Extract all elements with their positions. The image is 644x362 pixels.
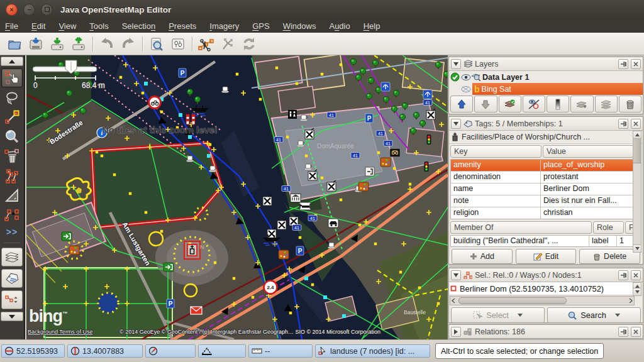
hscroll-thumb[interactable] <box>458 297 567 304</box>
member-of-column-header[interactable]: Member Of <box>450 221 592 234</box>
layer-merge-button[interactable] <box>499 96 521 112</box>
window-close-button[interactable]: × <box>6 4 18 16</box>
selection-hscrollbar[interactable] <box>450 296 635 305</box>
mini-nodes-button[interactable] <box>1 290 23 309</box>
collapse-icon[interactable] <box>451 119 461 129</box>
selection-item[interactable]: Berliner Dom (52.5190735, 13.4010752) <box>449 282 635 295</box>
layer-opacity-button[interactable] <box>547 96 569 112</box>
zoom-tool[interactable] <box>2 128 22 146</box>
tag-value[interactable]: Dies ist nur ein Fall... <box>541 195 633 207</box>
tags-scrollbar[interactable] <box>633 131 641 253</box>
close-icon[interactable] <box>631 119 641 129</box>
tag-row[interactable]: amenityplace_of_worship <box>451 160 633 172</box>
tag-row[interactable]: denominationprotestant <box>451 172 633 184</box>
layer-list-button[interactable] <box>595 96 618 112</box>
preferences-icon[interactable] <box>169 35 187 53</box>
spin-down[interactable] <box>633 288 641 295</box>
improve-way-tool[interactable] <box>2 206 22 224</box>
tag-row[interactable]: noteDies ist nur ein Fall... <box>451 195 633 207</box>
add-tag-button[interactable]: Add <box>452 249 513 264</box>
save-icon[interactable] <box>26 35 45 53</box>
scroll-down-arrow[interactable] <box>633 244 641 252</box>
tag-key[interactable]: denomination <box>451 172 541 183</box>
window-minimize-button[interactable]: – <box>23 4 35 16</box>
menu-imagery[interactable]: Imagery <box>209 21 239 31</box>
membership-table[interactable]: building ("Berlin Cathedral", ...label1 <box>450 235 634 247</box>
tag-value[interactable]: Berliner Dom <box>541 184 633 195</box>
role-column-header[interactable]: Role <box>593 221 624 234</box>
pin-icon[interactable] <box>618 119 628 129</box>
tools-scroll-up-button[interactable] <box>1 57 23 66</box>
layer-row-bing[interactable]: b Bing Sat <box>449 83 643 95</box>
tag-key[interactable]: name <box>451 184 541 195</box>
layer-move-down-button[interactable] <box>474 96 497 112</box>
tag-key[interactable]: amenity <box>451 160 541 171</box>
unglue-tool[interactable] <box>2 167 22 185</box>
refresh-icon[interactable] <box>240 35 258 53</box>
terms-link[interactable]: Background Terms of Use <box>28 329 92 335</box>
menu-windows[interactable]: Windows <box>283 21 316 31</box>
preset-link[interactable]: Facilities/Place of Worship/Church ... <box>449 131 643 144</box>
menu-edit[interactable]: Edit <box>31 21 45 31</box>
scroll-up-arrow[interactable] <box>633 131 641 139</box>
layer-duplicate-button[interactable] <box>570 96 593 112</box>
close-icon[interactable] <box>631 270 641 280</box>
layers-dialog-button[interactable] <box>1 248 23 266</box>
undo-icon[interactable] <box>97 35 116 53</box>
membership-row[interactable]: building ("Berlin Cathedral", ...label1 <box>451 236 633 246</box>
layer-move-up-button[interactable] <box>450 96 473 112</box>
close-icon[interactable] <box>631 59 641 69</box>
edit-tag-button[interactable]: Edit <box>516 249 577 264</box>
delete-tag-button[interactable]: Delete <box>579 249 640 264</box>
layer-row-data[interactable]: Data Layer 1 <box>449 71 643 83</box>
layer-visibility-button[interactable] <box>523 96 545 112</box>
menu-presets[interactable]: Presets <box>169 21 196 31</box>
search-button[interactable]: Search <box>547 307 641 323</box>
menu-gps[interactable]: GPS <box>252 21 269 31</box>
pin-icon[interactable] <box>618 327 628 337</box>
tag-key[interactable]: note <box>451 195 541 207</box>
window-maximize-button[interactable] <box>41 4 53 16</box>
select-button[interactable]: Select <box>451 307 545 323</box>
layer-visible-eye-icon[interactable] <box>461 74 471 81</box>
key-column-header[interactable]: Key <box>450 145 541 158</box>
download-icon[interactable] <box>48 35 67 53</box>
expand-icon[interactable] <box>451 327 461 337</box>
selection-spinner[interactable] <box>633 282 641 296</box>
collapse-icon[interactable] <box>451 59 461 69</box>
tag-row[interactable]: nameBerliner Dom <box>451 184 633 195</box>
combine-way-icon[interactable] <box>218 35 237 53</box>
layer-delete-button[interactable] <box>619 96 641 112</box>
lasso-tool[interactable] <box>2 89 22 107</box>
layer-hidden-eye-icon[interactable] <box>461 85 471 93</box>
scroll-right-arrow[interactable] <box>628 298 633 304</box>
extrude-tool[interactable] <box>2 186 22 204</box>
tag-value[interactable]: christian <box>541 207 633 219</box>
menu-file[interactable]: File <box>5 21 18 31</box>
select-tool[interactable] <box>1 68 23 87</box>
draw-node-tool[interactable] <box>2 108 22 126</box>
tag-row[interactable]: religionchristian <box>451 207 633 219</box>
menu-tools[interactable]: Tools <box>89 21 108 31</box>
split-way-icon[interactable] <box>197 35 216 53</box>
search-icon[interactable] <box>147 35 166 53</box>
pin-icon[interactable] <box>618 59 628 69</box>
scroll-left-arrow[interactable] <box>451 298 457 304</box>
upload-icon[interactable] <box>69 35 88 53</box>
tags-table[interactable]: amenityplace_of_worshipdenominationprote… <box>450 159 634 219</box>
delete-tool[interactable] <box>2 147 22 165</box>
close-icon[interactable] <box>631 327 641 337</box>
open-icon[interactable] <box>5 35 24 53</box>
more-tools-button[interactable]: >> <box>6 227 18 237</box>
redo-icon[interactable] <box>119 35 138 53</box>
menu-selection[interactable]: Selection <box>122 21 155 31</box>
layer-active-check-icon[interactable] <box>450 72 460 82</box>
map-canvas[interactable]: 414141414141414141PPPPi2.4 N Bodestraße … <box>26 55 448 339</box>
collapse-icon[interactable] <box>451 270 461 280</box>
tag-value[interactable]: protestant <box>541 172 633 183</box>
menu-help[interactable]: Help <box>364 21 380 31</box>
tag-value[interactable]: place_of_worship <box>541 160 633 171</box>
tools-scroll-down-button[interactable] <box>1 312 23 321</box>
menu-view[interactable]: View <box>58 21 76 31</box>
tag-key[interactable]: religion <box>451 207 541 219</box>
